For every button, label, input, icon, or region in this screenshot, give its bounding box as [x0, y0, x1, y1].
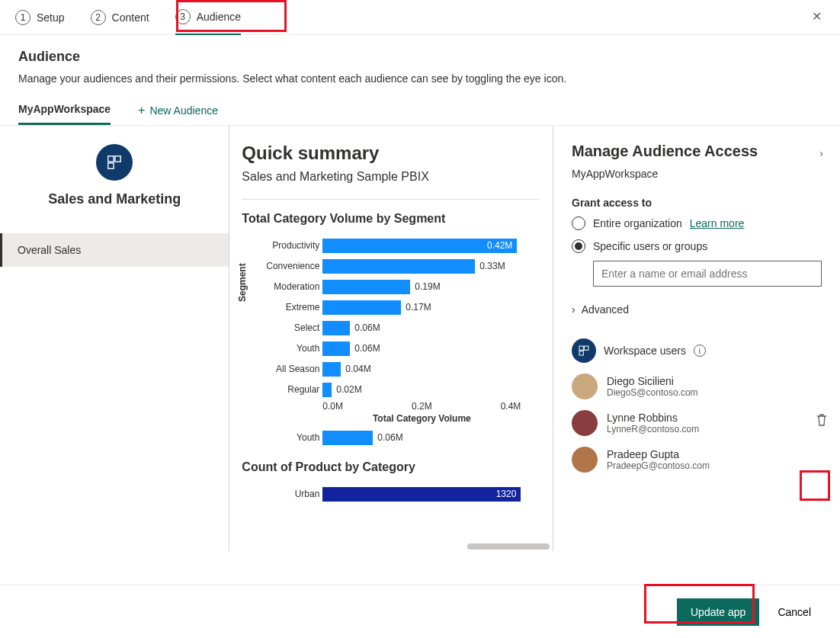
- x-tick: 0.0M: [322, 401, 343, 412]
- step-label-content: Content: [112, 11, 149, 24]
- plus-icon: +: [138, 104, 145, 117]
- avatar: [572, 447, 598, 473]
- svg-rect-3: [579, 346, 583, 350]
- chevron-right-icon: ›: [572, 303, 575, 316]
- bar-label: Youth: [243, 343, 319, 354]
- bar-label: Urban: [243, 489, 319, 499]
- bar-value: 0.02M: [336, 384, 361, 395]
- svg-rect-4: [585, 346, 588, 350]
- right-column: Manage Audience Access › MyAppWorkspace …: [553, 126, 840, 551]
- manage-access-subtitle: MyAppWorkspace: [572, 168, 822, 180]
- bar-label: Regular: [243, 384, 319, 395]
- bar-label: All Season: [243, 364, 319, 374]
- footer: Update app Cancel: [0, 585, 840, 638]
- radio-icon: [572, 216, 585, 230]
- chart-2-title: Count of Product by Category: [242, 460, 539, 474]
- audience-tabs-row: MyAppWorkspace + New Audience: [0, 95, 840, 126]
- step-num-3: 3: [175, 9, 191, 24]
- workspace-users-label: Workspace users: [604, 345, 686, 357]
- user-name: Lynne Robbins: [607, 412, 699, 424]
- svg-rect-0: [108, 156, 114, 162]
- step-content[interactable]: 2 Content: [91, 0, 149, 35]
- bar-label: Convenience: [243, 261, 319, 271]
- bar-value: 0.33M: [479, 261, 505, 271]
- bar-value: 0.19M: [415, 281, 440, 292]
- avatar: [572, 410, 598, 436]
- workspace-users-header: Workspace users i: [572, 338, 822, 363]
- radio-label-org: Entire organization: [593, 217, 682, 229]
- bar-value: 0.17M: [406, 302, 431, 313]
- bar-value: 1320: [496, 489, 517, 499]
- grant-access-label: Grant access to: [572, 197, 822, 209]
- preview-subtitle: Sales and Marketing Sample PBIX: [242, 170, 539, 184]
- page-header: Audience Manage your audiences and their…: [0, 35, 840, 95]
- step-num-2: 2: [91, 10, 106, 25]
- bar-value: 0.04M: [345, 364, 370, 374]
- trash-icon[interactable]: [816, 413, 828, 427]
- cancel-button[interactable]: Cancel: [777, 606, 811, 618]
- bar-label: Select: [243, 322, 319, 333]
- new-audience-button[interactable]: + New Audience: [138, 104, 218, 117]
- svg-rect-5: [579, 351, 583, 355]
- update-app-button[interactable]: Update app: [677, 598, 759, 626]
- bar-value: 0.06M: [354, 322, 380, 333]
- user-row: Diego Sicilieni DiegoS@contoso.com: [572, 374, 822, 399]
- x-tick: 0.4M: [501, 401, 521, 412]
- workspace-icon: [96, 144, 133, 181]
- step-setup[interactable]: 1 Setup: [15, 0, 65, 35]
- bar-label: Extreme: [243, 302, 319, 313]
- preview-title: Quick summary: [242, 143, 539, 164]
- radio-selected-icon: [572, 239, 585, 253]
- radio-specific-users[interactable]: Specific users or groups: [572, 239, 822, 253]
- user-row: Pradeep Gupta PradeepG@contoso.com: [572, 447, 822, 473]
- bar-label: Productivity: [243, 240, 319, 251]
- user-email: PradeepG@contoso.com: [607, 460, 710, 471]
- step-num-1: 1: [15, 10, 30, 25]
- learn-more-link[interactable]: Learn more: [690, 217, 745, 229]
- bar-label: Youth: [243, 432, 319, 443]
- nav-item-overall-sales[interactable]: Overall Sales: [0, 233, 229, 267]
- avatar: [572, 374, 598, 399]
- horizontal-scroll-thumb[interactable]: [467, 543, 550, 550]
- chart-1-title: Total Category Volume by Segment: [242, 212, 539, 226]
- bar-value: 0.06M: [354, 343, 380, 354]
- step-label-audience: Audience: [197, 11, 241, 23]
- user-name: Pradeep Gupta: [607, 448, 710, 460]
- advanced-toggle[interactable]: › Advanced: [572, 303, 822, 316]
- info-icon[interactable]: i: [694, 345, 706, 357]
- chart-1-x-axis-label: Total Category Volume: [322, 413, 521, 424]
- user-email: LynneR@contoso.com: [607, 424, 699, 434]
- advanced-label: Advanced: [582, 303, 629, 316]
- audience-tab-active[interactable]: MyAppWorkspace: [18, 95, 111, 125]
- svg-rect-2: [108, 163, 114, 168]
- manage-access-title: Manage Audience Access: [572, 143, 822, 160]
- main-area: Sales and Marketing Overall Sales Quick …: [0, 126, 840, 551]
- workspace-icon: [572, 338, 596, 363]
- bar-value: 0.06M: [377, 432, 402, 443]
- left-column: Sales and Marketing Overall Sales: [0, 126, 229, 551]
- bar-label: Moderation: [243, 281, 319, 292]
- step-label-setup: Setup: [37, 11, 65, 24]
- page-subtitle: Manage your audiences and their permissi…: [18, 72, 822, 85]
- workspace-title: Sales and Marketing: [0, 191, 229, 207]
- radio-label-specific: Specific users or groups: [593, 240, 707, 252]
- new-audience-label: New Audience: [149, 104, 218, 117]
- user-name: Diego Sicilieni: [607, 375, 698, 387]
- name-email-input[interactable]: [593, 261, 822, 287]
- close-icon[interactable]: ✕: [812, 9, 822, 24]
- bar-value: 0.42M: [487, 240, 512, 251]
- chart-1: Total Category Volume by Segment Segment…: [242, 199, 539, 503]
- step-audience[interactable]: 3 Audience: [175, 0, 241, 35]
- step-tabs: 1 Setup 2 Content 3 Audience: [0, 0, 840, 35]
- chevron-right-icon[interactable]: ›: [819, 147, 823, 159]
- svg-rect-1: [115, 156, 120, 162]
- radio-entire-org[interactable]: Entire organization Learn more: [572, 216, 822, 230]
- preview-column: Quick summary Sales and Marketing Sample…: [229, 126, 553, 551]
- page-title: Audience: [18, 49, 822, 65]
- user-email: DiegoS@contoso.com: [607, 387, 698, 398]
- user-row: Lynne Robbins LynneR@contoso.com: [572, 410, 822, 436]
- x-tick: 0.2M: [412, 401, 432, 412]
